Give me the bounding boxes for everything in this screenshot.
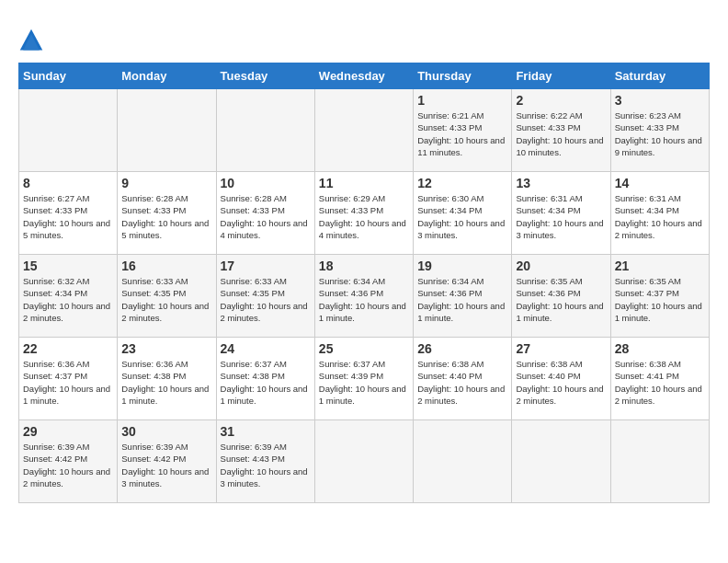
day-number: 3 <box>615 93 705 108</box>
calendar-cell: 25Sunrise: 6:37 AMSunset: 4:39 PMDayligh… <box>314 338 413 420</box>
weekday-header: Sunday <box>19 63 118 89</box>
day-info: Sunrise: 6:33 AMSunset: 4:35 PMDaylight:… <box>221 275 311 324</box>
calendar-cell: 17Sunrise: 6:33 AMSunset: 4:35 PMDayligh… <box>216 255 314 338</box>
day-number: 30 <box>121 424 211 439</box>
day-info: Sunrise: 6:38 AMSunset: 4:40 PMDaylight:… <box>417 358 507 407</box>
weekday-header: Wednesday <box>314 63 413 89</box>
calendar-cell: 31Sunrise: 6:39 AMSunset: 4:43 PMDayligh… <box>216 420 314 503</box>
calendar-cell: 30Sunrise: 6:39 AMSunset: 4:42 PMDayligh… <box>118 420 216 503</box>
day-info: Sunrise: 6:38 AMSunset: 4:40 PMDaylight:… <box>516 358 606 407</box>
day-info: Sunrise: 6:33 AMSunset: 4:35 PMDaylight:… <box>121 275 211 324</box>
day-number: 13 <box>516 176 606 190</box>
day-info: Sunrise: 6:31 AMSunset: 4:34 PMDaylight:… <box>615 192 705 241</box>
calendar-cell <box>314 89 413 172</box>
calendar-week: 22Sunrise: 6:36 AMSunset: 4:37 PMDayligh… <box>19 338 710 420</box>
day-number: 8 <box>23 176 113 190</box>
calendar-cell: 9Sunrise: 6:28 AMSunset: 4:33 PMDaylight… <box>118 172 216 255</box>
day-info: Sunrise: 6:21 AMSunset: 4:33 PMDaylight:… <box>417 109 507 158</box>
day-info: Sunrise: 6:30 AMSunset: 4:34 PMDaylight:… <box>417 192 507 241</box>
day-number: 14 <box>615 176 705 190</box>
day-number: 19 <box>417 259 507 273</box>
day-info: Sunrise: 6:34 AMSunset: 4:36 PMDaylight:… <box>319 275 409 324</box>
logo <box>18 28 48 53</box>
day-info: Sunrise: 6:31 AMSunset: 4:34 PMDaylight:… <box>516 192 606 241</box>
calendar-body: 1Sunrise: 6:21 AMSunset: 4:33 PMDaylight… <box>19 89 710 503</box>
day-number: 18 <box>319 259 409 273</box>
calendar-cell: 23Sunrise: 6:36 AMSunset: 4:38 PMDayligh… <box>118 338 216 420</box>
day-info: Sunrise: 6:32 AMSunset: 4:34 PMDaylight:… <box>23 275 113 324</box>
day-info: Sunrise: 6:35 AMSunset: 4:36 PMDaylight:… <box>516 275 606 324</box>
calendar-cell: 22Sunrise: 6:36 AMSunset: 4:37 PMDayligh… <box>19 338 118 420</box>
weekday-header: Monday <box>118 63 216 89</box>
day-number: 15 <box>23 259 113 273</box>
day-info: Sunrise: 6:22 AMSunset: 4:33 PMDaylight:… <box>516 109 606 158</box>
day-info: Sunrise: 6:38 AMSunset: 4:41 PMDaylight:… <box>615 358 705 407</box>
day-number: 26 <box>417 341 507 356</box>
calendar-cell <box>414 420 512 503</box>
day-info: Sunrise: 6:39 AMSunset: 4:42 PMDaylight:… <box>23 441 113 489</box>
calendar-cell: 27Sunrise: 6:38 AMSunset: 4:40 PMDayligh… <box>512 338 610 420</box>
calendar-cell: 18Sunrise: 6:34 AMSunset: 4:36 PMDayligh… <box>314 255 413 338</box>
calendar-cell: 16Sunrise: 6:33 AMSunset: 4:35 PMDayligh… <box>118 255 216 338</box>
calendar-cell: 19Sunrise: 6:34 AMSunset: 4:36 PMDayligh… <box>414 255 512 338</box>
calendar-cell: 8Sunrise: 6:27 AMSunset: 4:33 PMDaylight… <box>19 172 118 255</box>
weekday-header: Friday <box>512 63 610 89</box>
calendar-cell: 14Sunrise: 6:31 AMSunset: 4:34 PMDayligh… <box>610 172 709 255</box>
day-number: 25 <box>319 341 409 356</box>
calendar-cell: 2Sunrise: 6:22 AMSunset: 4:33 PMDaylight… <box>512 89 610 172</box>
day-info: Sunrise: 6:37 AMSunset: 4:39 PMDaylight:… <box>319 358 409 407</box>
day-info: Sunrise: 6:35 AMSunset: 4:37 PMDaylight:… <box>615 275 705 324</box>
calendar-cell: 11Sunrise: 6:29 AMSunset: 4:33 PMDayligh… <box>314 172 413 255</box>
calendar-cell <box>314 420 413 503</box>
calendar-cell: 3Sunrise: 6:23 AMSunset: 4:33 PMDaylight… <box>610 89 709 172</box>
day-number: 20 <box>516 259 606 273</box>
calendar-header: SundayMondayTuesdayWednesdayThursdayFrid… <box>19 63 710 89</box>
calendar-cell <box>118 89 216 172</box>
day-number: 21 <box>615 259 705 273</box>
day-info: Sunrise: 6:27 AMSunset: 4:33 PMDaylight:… <box>23 192 113 241</box>
day-number: 9 <box>121 176 211 190</box>
day-number: 1 <box>417 93 507 108</box>
weekday-row: SundayMondayTuesdayWednesdayThursdayFrid… <box>19 63 710 89</box>
day-info: Sunrise: 6:34 AMSunset: 4:36 PMDaylight:… <box>417 275 507 324</box>
day-number: 17 <box>221 259 311 273</box>
calendar-cell: 21Sunrise: 6:35 AMSunset: 4:37 PMDayligh… <box>610 255 709 338</box>
calendar-cell <box>610 420 709 503</box>
calendar-week: 15Sunrise: 6:32 AMSunset: 4:34 PMDayligh… <box>19 255 710 338</box>
day-number: 16 <box>121 259 211 273</box>
calendar-week: 8Sunrise: 6:27 AMSunset: 4:33 PMDaylight… <box>19 172 710 255</box>
weekday-header: Saturday <box>610 63 709 89</box>
day-number: 23 <box>121 341 211 356</box>
day-info: Sunrise: 6:39 AMSunset: 4:43 PMDaylight:… <box>221 441 311 489</box>
weekday-header: Tuesday <box>216 63 314 89</box>
day-number: 27 <box>516 341 606 356</box>
calendar-cell: 29Sunrise: 6:39 AMSunset: 4:42 PMDayligh… <box>19 420 118 503</box>
calendar-cell: 10Sunrise: 6:28 AMSunset: 4:33 PMDayligh… <box>216 172 314 255</box>
day-number: 10 <box>221 176 311 190</box>
day-info: Sunrise: 6:28 AMSunset: 4:33 PMDaylight:… <box>121 192 211 241</box>
day-number: 2 <box>516 93 606 108</box>
header <box>18 18 710 53</box>
weekday-header: Thursday <box>414 63 512 89</box>
calendar-cell: 1Sunrise: 6:21 AMSunset: 4:33 PMDaylight… <box>414 89 512 172</box>
day-number: 24 <box>221 341 311 356</box>
calendar-cell: 15Sunrise: 6:32 AMSunset: 4:34 PMDayligh… <box>19 255 118 338</box>
calendar-cell: 28Sunrise: 6:38 AMSunset: 4:41 PMDayligh… <box>610 338 709 420</box>
day-info: Sunrise: 6:23 AMSunset: 4:33 PMDaylight:… <box>615 109 705 158</box>
calendar-cell: 20Sunrise: 6:35 AMSunset: 4:36 PMDayligh… <box>512 255 610 338</box>
day-number: 12 <box>417 176 507 190</box>
calendar-cell <box>512 420 610 503</box>
day-info: Sunrise: 6:36 AMSunset: 4:38 PMDaylight:… <box>121 358 211 407</box>
calendar-cell: 24Sunrise: 6:37 AMSunset: 4:38 PMDayligh… <box>216 338 314 420</box>
day-number: 31 <box>221 424 311 439</box>
calendar: SundayMondayTuesdayWednesdayThursdayFrid… <box>18 63 710 503</box>
day-info: Sunrise: 6:29 AMSunset: 4:33 PMDaylight:… <box>319 192 409 241</box>
day-number: 29 <box>23 424 113 439</box>
calendar-week: 1Sunrise: 6:21 AMSunset: 4:33 PMDaylight… <box>19 89 710 172</box>
logo-icon <box>18 28 44 53</box>
calendar-cell <box>216 89 314 172</box>
day-info: Sunrise: 6:36 AMSunset: 4:37 PMDaylight:… <box>23 358 113 407</box>
calendar-cell: 26Sunrise: 6:38 AMSunset: 4:40 PMDayligh… <box>414 338 512 420</box>
day-number: 11 <box>319 176 409 190</box>
calendar-cell <box>19 89 118 172</box>
